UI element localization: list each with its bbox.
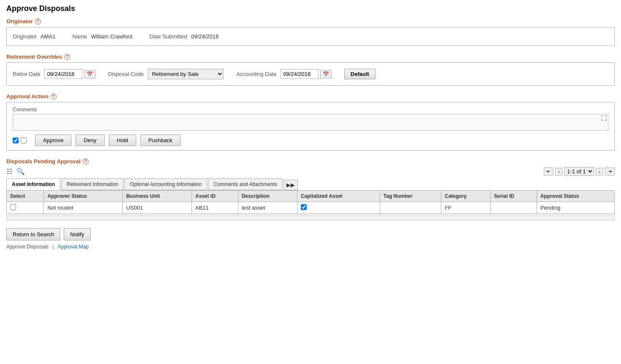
originator-field-label: Originator AMA1	[13, 33, 55, 40]
tab-comments-attachments[interactable]: Comments and Attachments	[208, 178, 283, 190]
footer-breadcrumb: Approve Disposals	[6, 244, 49, 250]
date-submitted-field: Date Submitted 09/24/2018	[149, 33, 219, 40]
select-all-checkbox[interactable]	[13, 138, 19, 143]
tab-more-button[interactable]: ▶▶	[284, 180, 298, 190]
comments-expand-icon[interactable]: ⛶	[601, 115, 607, 121]
notify-button[interactable]: Notify	[64, 228, 90, 240]
originator-help-icon[interactable]: ?	[35, 19, 41, 24]
return-to-search-button[interactable]: Return to Search	[6, 228, 60, 240]
page-select[interactable]: 1-1 of 1	[564, 167, 594, 176]
approve-button[interactable]: Approve	[35, 135, 71, 146]
action-buttons-row: Approve Deny Hold Pushback	[13, 135, 608, 146]
prev-page-button[interactable]: ‹	[555, 168, 563, 175]
accounting-date-calendar-button[interactable]: 📅	[320, 70, 332, 78]
col-business-unit: Business Unit	[122, 191, 192, 202]
notify-checkbox[interactable]	[21, 138, 27, 143]
horizontal-scrollbar[interactable]	[6, 215, 615, 221]
tab-asset-information[interactable]: Asset Information	[6, 178, 60, 190]
retirement-overrides-help-icon[interactable]: ?	[64, 54, 70, 60]
col-select-label: Select	[10, 193, 25, 199]
tab-optional-accounting[interactable]: Optional Accounting Information	[124, 178, 207, 190]
footer-separator: |	[52, 244, 54, 250]
retire-date-calendar-button[interactable]: 📅	[84, 70, 95, 78]
deny-button[interactable]: Deny	[76, 135, 104, 146]
disposal-code-label: Disposal Code	[108, 71, 144, 77]
col-asset-id: Asset ID	[192, 191, 238, 202]
originator-section: Originator ? Originator AMA1 Name Willia…	[6, 18, 615, 46]
originator-value: AMA1	[40, 33, 55, 40]
name-value: William Crawford	[91, 33, 132, 40]
col-approver-status: Approver Status	[44, 191, 122, 202]
retirement-overrides-label-text: Retirement Overrides	[6, 54, 62, 60]
last-page-button[interactable]: ⇥	[605, 167, 615, 175]
col-description-label: Description	[242, 193, 270, 199]
disposal-code-field: Disposal Code Retirement by Sale Retirem…	[108, 69, 224, 79]
first-page-button[interactable]: ⇤	[544, 167, 554, 175]
col-description: Description	[238, 191, 297, 202]
table-icons: ☷ 🔍	[6, 167, 25, 175]
tab-comments-attachments-label: Comments and Attachments	[213, 181, 277, 187]
tab-asset-information-label: Asset Information	[12, 181, 55, 187]
retire-date-label: Retire Date	[13, 71, 40, 77]
approval-action-section: Approval Action ? Comments ⛶ Approve Den…	[6, 93, 615, 151]
cell-tag-number	[380, 202, 441, 214]
default-button[interactable]: Default	[344, 69, 375, 79]
accounting-date-label: Accounting Date	[236, 71, 276, 77]
date-submitted-value: 09/24/2018	[191, 33, 219, 40]
disposal-code-select[interactable]: Retirement by Sale Retirement by Scrappi…	[148, 69, 224, 79]
originator-heading: Originator ?	[6, 18, 615, 24]
retire-date-field: Retire Date 📅	[13, 69, 95, 79]
comments-textarea[interactable]	[13, 114, 608, 131]
retirement-overrides-box: Retire Date 📅 Disposal Code Retirement b…	[6, 62, 615, 86]
search-icon-button[interactable]: 🔍	[16, 167, 25, 175]
col-tag-number-label: Tag Number	[383, 193, 413, 199]
accounting-date-input[interactable]	[281, 69, 319, 79]
disposals-pending-help-icon[interactable]: ?	[83, 159, 89, 164]
table-scroll-container: Select Approver Status Business Unit Ass…	[6, 190, 615, 214]
col-business-unit-label: Business Unit	[126, 193, 160, 199]
cell-approval-status: Pending	[537, 202, 614, 214]
tab-retirement-information[interactable]: Retirement Information	[61, 178, 124, 190]
originator-label-text: Originator	[6, 18, 33, 24]
originator-label: Originator	[13, 33, 37, 40]
page-title: Approve Disposals	[6, 4, 615, 13]
col-approval-status-label: Approval Status	[540, 193, 579, 199]
approval-action-heading: Approval Action ?	[6, 93, 615, 100]
table-row: Not routed US001 AB11 test asset FF Pend…	[7, 202, 615, 214]
retire-date-input[interactable]	[44, 69, 82, 79]
cell-approver-status: Not routed	[44, 202, 122, 214]
next-page-button[interactable]: ›	[596, 168, 603, 175]
approval-action-help-icon[interactable]: ?	[51, 94, 57, 100]
name-label: Name	[72, 33, 87, 40]
col-capitalized-asset-label: Capitalized Asset	[301, 193, 343, 199]
name-field: Name William Crawford	[72, 33, 132, 40]
disposals-table: Select Approver Status Business Unit Ass…	[6, 190, 615, 214]
grid-icon-button[interactable]: ☷	[6, 167, 12, 175]
col-approver-status-label: Approver Status	[47, 193, 86, 199]
hold-button[interactable]: Hold	[109, 135, 136, 146]
checkbox-area	[13, 138, 27, 143]
cell-category: FF	[441, 202, 491, 214]
cell-asset-id: AB11	[192, 202, 238, 214]
col-serial-id-label: Serial ID	[494, 193, 514, 199]
pushback-button[interactable]: Pushback	[140, 135, 181, 146]
row-select-checkbox[interactable]	[10, 204, 16, 210]
bottom-buttons: Return to Search Notify	[6, 228, 615, 240]
table-body: Not routed US001 AB11 test asset FF Pend…	[7, 202, 615, 214]
table-header: Select Approver Status Business Unit Ass…	[7, 191, 615, 202]
col-category-label: Category	[445, 193, 467, 199]
table-header-row: Select Approver Status Business Unit Ass…	[7, 191, 615, 202]
approval-map-link[interactable]: Approval Map	[57, 244, 89, 250]
overrides-row: Retire Date 📅 Disposal Code Retirement b…	[13, 67, 608, 81]
footer: Approve Disposals | Approval Map	[6, 244, 615, 250]
col-category: Category	[441, 191, 491, 202]
approval-action-box: Comments ⛶ Approve Deny Hold Pushback	[6, 102, 615, 151]
cell-description: test asset	[238, 202, 297, 214]
pagination-controls: ⇤ ‹ 1-1 of 1 › ⇥	[544, 167, 615, 176]
col-select: Select	[7, 191, 44, 202]
disposals-pending-section: Disposals Pending Approval ? ☷ 🔍 ⇤ ‹ 1-1…	[6, 158, 615, 221]
originator-box: Originator AMA1 Name William Crawford Da…	[6, 27, 615, 46]
table-controls: ☷ 🔍 ⇤ ‹ 1-1 of 1 › ⇥	[6, 167, 615, 176]
cell-select[interactable]	[7, 202, 44, 214]
originator-row: Originator AMA1 Name William Crawford Da…	[13, 32, 608, 41]
